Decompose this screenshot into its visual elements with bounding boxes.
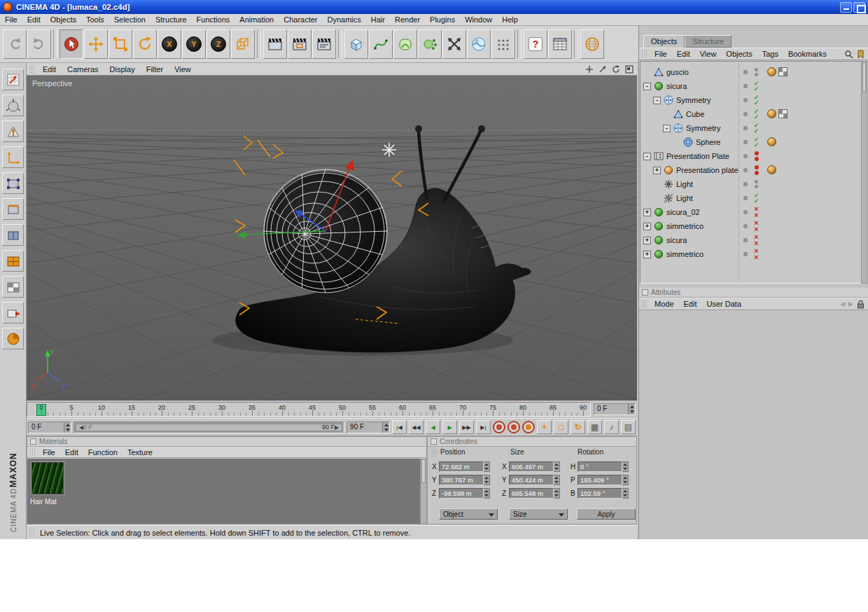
rot-h-field[interactable]: 0 ° bbox=[578, 461, 622, 472]
tree-row-light2[interactable]: Light bbox=[640, 191, 861, 205]
object-label[interactable]: Light bbox=[676, 180, 693, 188]
render-view-button[interactable] bbox=[263, 29, 287, 59]
key-position-button[interactable]: + bbox=[537, 420, 552, 434]
layer-dot[interactable] bbox=[743, 98, 748, 102]
rot-b-field[interactable]: 102.59 ° bbox=[578, 488, 622, 499]
layer-dot[interactable] bbox=[743, 140, 748, 144]
frame-stepper[interactable] bbox=[628, 404, 635, 415]
menu-file[interactable]: File bbox=[0, 15, 22, 25]
object-label[interactable]: sicura bbox=[666, 236, 687, 244]
visibility-toggles[interactable] bbox=[752, 94, 761, 106]
drag-grip[interactable] bbox=[431, 449, 438, 457]
goto-end-button[interactable]: ▶| bbox=[476, 420, 491, 434]
play-backward-button[interactable]: ◀ bbox=[426, 420, 440, 434]
object-label[interactable]: guscio bbox=[666, 68, 689, 76]
size-mode-dropdown[interactable]: Size bbox=[509, 508, 568, 520]
previous-key-button[interactable]: ◀◀ bbox=[409, 420, 424, 434]
make-editable-button[interactable] bbox=[2, 69, 24, 90]
material-thumbnail[interactable] bbox=[31, 462, 64, 494]
lock-icon[interactable] bbox=[857, 300, 864, 309]
key-rotation-button[interactable]: ↻ bbox=[570, 420, 585, 434]
layer-dot[interactable] bbox=[743, 70, 748, 74]
layer-dot[interactable] bbox=[743, 196, 748, 200]
viewport[interactable]: X Z Y Perspective bbox=[27, 76, 637, 401]
object-label[interactable]: Presentation plate bbox=[676, 166, 738, 174]
expander-icon[interactable] bbox=[663, 125, 671, 132]
om-menu-view[interactable]: View bbox=[695, 49, 722, 59]
menu-selection[interactable]: Selection bbox=[109, 15, 150, 25]
expander-icon[interactable] bbox=[643, 237, 651, 244]
end-frame-value[interactable]: 90 F bbox=[347, 422, 382, 433]
visibility-toggles[interactable] bbox=[752, 234, 761, 246]
visibility-toggles[interactable] bbox=[752, 150, 761, 162]
record-options-button[interactable] bbox=[522, 421, 535, 433]
add-spline-button[interactable] bbox=[369, 29, 393, 59]
viewport-menu-cameras[interactable]: Cameras bbox=[62, 64, 104, 74]
pos-x-field[interactable]: 72.682 m bbox=[439, 461, 484, 472]
menu-edit[interactable]: Edit bbox=[22, 15, 46, 25]
viewport-menu-filter[interactable]: Filter bbox=[141, 64, 169, 74]
pos-z-field[interactable]: -98.598 m bbox=[439, 488, 484, 499]
menu-character[interactable]: Character bbox=[279, 15, 322, 25]
tree-row-guscio[interactable]: guscio bbox=[640, 65, 861, 79]
maximize-button[interactable] bbox=[853, 2, 865, 13]
tree-row-simmetrico2[interactable]: simmetrico bbox=[640, 247, 861, 261]
viewport-menu-display[interactable]: Display bbox=[104, 64, 141, 74]
materials-menu-texture[interactable]: Texture bbox=[122, 448, 158, 457]
minimize-button[interactable] bbox=[840, 2, 852, 13]
object-label[interactable]: simmetrico bbox=[666, 222, 704, 230]
visibility-toggles[interactable] bbox=[752, 164, 761, 176]
texture-mode-button[interactable] bbox=[2, 250, 24, 272]
tree-row-presentation-plate-child[interactable]: Presentation plate bbox=[640, 163, 861, 177]
materials-menu-edit[interactable]: Edit bbox=[60, 448, 83, 457]
size-y-field[interactable]: 450.424 m bbox=[509, 475, 554, 485]
edges-mode-button[interactable] bbox=[2, 198, 24, 220]
menu-structure[interactable]: Structure bbox=[150, 15, 192, 25]
render-settings-button[interactable] bbox=[312, 29, 336, 59]
tree-row-sicura-02[interactable]: sicura_02 bbox=[640, 205, 861, 219]
next-key-button[interactable]: ▶▶ bbox=[459, 420, 474, 434]
layer-dot[interactable] bbox=[743, 112, 748, 116]
expander-icon[interactable] bbox=[643, 83, 651, 90]
add-floor-button[interactable] bbox=[491, 29, 515, 59]
om-menu-file[interactable]: File bbox=[650, 49, 672, 59]
goto-start-button[interactable]: |◀ bbox=[392, 420, 407, 434]
add-deformer-button[interactable] bbox=[442, 29, 466, 59]
object-label[interactable]: Presentation Plate bbox=[666, 152, 729, 160]
layer-dot[interactable] bbox=[743, 84, 748, 88]
menu-tools[interactable]: Tools bbox=[81, 15, 109, 25]
expander-icon[interactable] bbox=[653, 167, 661, 174]
attr-menu-userdata[interactable]: User Data bbox=[702, 299, 747, 309]
layer-dot[interactable] bbox=[743, 224, 748, 228]
layer-dot[interactable] bbox=[743, 126, 748, 130]
material-tag-icon[interactable] bbox=[767, 137, 776, 146]
drag-grip[interactable] bbox=[641, 300, 648, 308]
uvw-mode-button[interactable] bbox=[2, 276, 24, 298]
live-selection-button[interactable] bbox=[59, 29, 83, 59]
tree-row-sicura[interactable]: sicura bbox=[640, 79, 861, 93]
layer-dot[interactable] bbox=[743, 238, 748, 242]
object-tree[interactable]: guscio sicura Symmetry bbox=[640, 61, 862, 284]
viewport-menu-view[interactable]: View bbox=[169, 64, 197, 74]
tree-scrollbar[interactable] bbox=[861, 61, 867, 284]
undo-button[interactable] bbox=[3, 29, 27, 59]
layer-dot[interactable] bbox=[743, 252, 748, 256]
pos-y-stepper[interactable] bbox=[484, 475, 490, 485]
menu-functions[interactable]: Functions bbox=[192, 15, 235, 25]
visibility-toggles[interactable] bbox=[752, 108, 761, 120]
help-button[interactable] bbox=[524, 29, 547, 59]
add-hypernurbs-button[interactable] bbox=[393, 29, 417, 59]
scrollbar-thumb[interactable] bbox=[421, 459, 426, 483]
object-label[interactable]: sicura bbox=[666, 82, 687, 90]
lock-z-axis-button[interactable]: Z bbox=[206, 29, 230, 59]
menu-dynamics[interactable]: Dynamics bbox=[323, 15, 366, 25]
object-label[interactable]: Cube bbox=[686, 110, 704, 118]
rot-p-stepper[interactable] bbox=[622, 475, 629, 485]
add-environment-button[interactable] bbox=[467, 29, 491, 59]
current-frame-stepper[interactable] bbox=[64, 422, 71, 433]
texture-axis-mode-button[interactable] bbox=[2, 120, 24, 142]
uvw-tag-icon[interactable] bbox=[778, 109, 788, 118]
material-tag-icon[interactable] bbox=[767, 165, 776, 174]
tree-row-sicura2[interactable]: sicura bbox=[640, 233, 861, 247]
model-mode-button[interactable] bbox=[2, 95, 24, 116]
